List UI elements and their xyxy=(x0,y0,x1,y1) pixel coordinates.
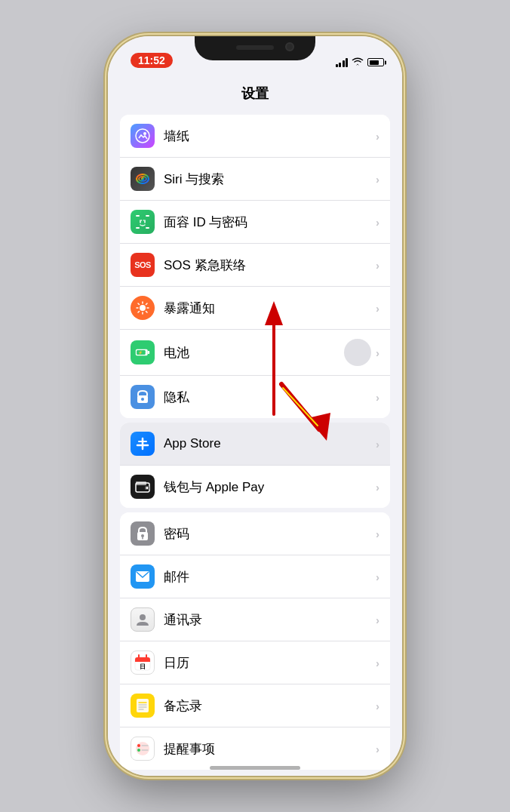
settings-group-3: 密码 › 邮件 › xyxy=(120,512,390,770)
svg-line-19 xyxy=(146,312,148,313)
svg-rect-47 xyxy=(135,660,150,662)
reminders-icon xyxy=(131,737,155,761)
svg-rect-7 xyxy=(136,227,140,229)
svg-rect-51 xyxy=(137,699,149,712)
appstore-chevron: › xyxy=(376,438,379,451)
svg-point-13 xyxy=(140,305,146,311)
status-icons xyxy=(336,57,385,68)
calendar-label: 日历 xyxy=(164,654,376,672)
calendar-icon: 日 xyxy=(131,651,155,675)
contacts-chevron: › xyxy=(376,614,379,626)
mail-chevron: › xyxy=(376,571,379,583)
battery-toggle[interactable] xyxy=(344,339,371,366)
privacy-label: 隐私 xyxy=(164,389,376,406)
settings-row-password[interactable]: 密码 › xyxy=(120,512,390,555)
settings-row-battery[interactable]: ⚡ 电池 › xyxy=(120,330,390,376)
contacts-label: 通讯录 xyxy=(164,611,376,629)
calendar-chevron: › xyxy=(376,657,379,669)
password-chevron: › xyxy=(376,527,379,540)
settings-row-wallet[interactable]: 钱包与 Apple Pay › xyxy=(120,466,390,508)
notch-speaker xyxy=(236,45,274,50)
settings-row-mail[interactable]: 邮件 › xyxy=(120,555,390,598)
wallpaper-chevron: › xyxy=(376,130,379,143)
siri-label: Siri 与搜索 xyxy=(164,171,376,188)
svg-text:日: 日 xyxy=(140,663,146,670)
faceid-chevron: › xyxy=(376,216,379,229)
privacy-icon xyxy=(131,385,155,409)
wallpaper-icon xyxy=(131,124,155,148)
appstore-icon xyxy=(131,432,155,456)
password-icon xyxy=(131,521,155,546)
settings-row-calendar[interactable]: 日 日历 › xyxy=(120,641,390,684)
settings-row-appstore[interactable]: App Store › xyxy=(120,423,390,466)
settings-row-contacts[interactable]: 通讯录 › xyxy=(120,598,390,641)
settings-row-wallpaper[interactable]: 墙纸 › xyxy=(120,115,390,158)
settings-group-1: 墙纸 › xyxy=(120,115,390,418)
svg-point-57 xyxy=(137,744,140,747)
settings-row-exposure[interactable]: 暴露通知 › xyxy=(120,287,390,330)
page-title: 设置 xyxy=(108,74,402,110)
settings-row-faceid[interactable]: 面容 ID 与密码 › xyxy=(120,201,390,244)
svg-text:⚡: ⚡ xyxy=(138,351,143,356)
sos-label: SOS 紧急联络 xyxy=(164,257,376,274)
svg-rect-5 xyxy=(136,215,140,217)
phone-frame: 11:52 xyxy=(108,36,402,776)
notch xyxy=(195,36,315,60)
battery-icon xyxy=(367,58,384,66)
svg-rect-8 xyxy=(146,227,149,229)
svg-point-12 xyxy=(143,220,145,221)
wallet-icon xyxy=(131,475,155,499)
mail-label: 邮件 xyxy=(164,568,376,586)
settings-row-sos[interactable]: SOS SOS 紧急联络 › xyxy=(120,244,390,287)
svg-line-21 xyxy=(138,312,140,313)
battery-row-icon: ⚡ xyxy=(131,340,155,364)
battery-chevron: › xyxy=(376,346,379,359)
sos-icon: SOS xyxy=(131,253,155,277)
svg-point-56 xyxy=(136,742,149,755)
notes-label: 备忘录 xyxy=(164,697,376,715)
exposure-chevron: › xyxy=(376,302,379,315)
notes-chevron: › xyxy=(376,700,379,712)
svg-rect-6 xyxy=(146,215,149,217)
svg-point-27 xyxy=(141,398,144,401)
settings-row-privacy[interactable]: 隐私 › xyxy=(120,376,390,418)
wallet-label: 钱包与 Apple Pay xyxy=(164,478,376,496)
siri-icon xyxy=(131,167,155,191)
wifi-icon xyxy=(352,57,364,68)
settings-content[interactable]: 设置 墙纸 › xyxy=(108,74,402,776)
svg-rect-32 xyxy=(136,481,146,485)
faceid-label: 面容 ID 与密码 xyxy=(164,214,376,231)
contacts-icon xyxy=(131,607,155,632)
notes-icon xyxy=(131,694,155,718)
settings-row-reminders[interactable]: 提醒事项 › xyxy=(120,727,390,770)
settings-row-siri[interactable]: Siri 与搜索 › xyxy=(120,158,390,201)
home-indicator[interactable] xyxy=(210,766,300,770)
settings-row-notes[interactable]: 备忘录 › xyxy=(120,684,390,727)
svg-point-1 xyxy=(143,132,146,135)
svg-rect-23 xyxy=(148,351,150,354)
siri-chevron: › xyxy=(376,173,379,186)
wallet-chevron: › xyxy=(376,481,379,494)
privacy-chevron: › xyxy=(376,391,379,404)
svg-point-44 xyxy=(140,614,146,620)
wallpaper-label: 墙纸 xyxy=(164,128,376,145)
faceid-icon xyxy=(131,210,155,234)
sos-chevron: › xyxy=(376,259,379,272)
signal-icon xyxy=(336,58,349,67)
appstore-label: App Store xyxy=(164,436,376,451)
screen: 11:52 xyxy=(108,36,402,776)
svg-point-4 xyxy=(141,177,144,180)
password-label: 密码 xyxy=(164,525,376,543)
notch-camera xyxy=(285,42,294,51)
settings-group-2: App Store › 钱包与 Apple Pay › xyxy=(120,423,390,508)
svg-point-34 xyxy=(146,487,149,489)
svg-point-58 xyxy=(137,749,140,752)
mail-icon xyxy=(131,564,155,589)
reminders-label: 提醒事项 xyxy=(164,740,376,758)
svg-point-11 xyxy=(141,220,143,221)
svg-line-20 xyxy=(146,303,148,305)
exposure-label: 暴露通知 xyxy=(164,300,376,317)
exposure-icon xyxy=(131,296,155,320)
svg-line-18 xyxy=(138,303,140,305)
reminders-chevron: › xyxy=(376,743,379,755)
